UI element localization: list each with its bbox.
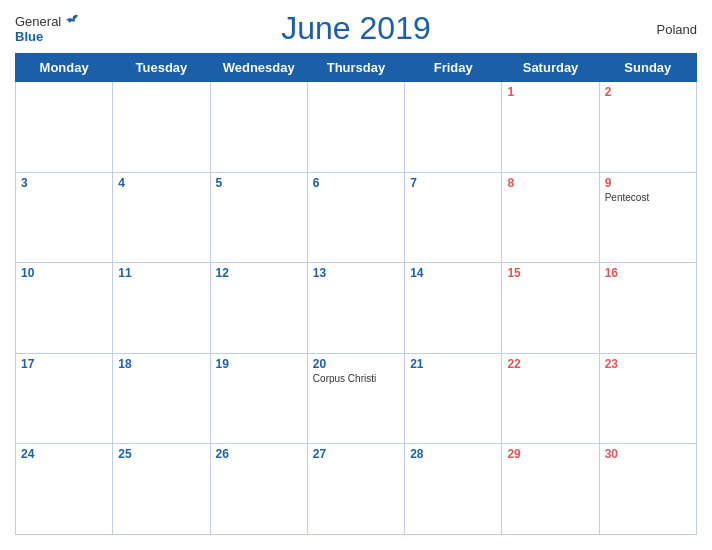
- holiday-label: Corpus Christi: [313, 373, 399, 384]
- calendar-day-cell: 17: [16, 353, 113, 444]
- day-number: 30: [605, 447, 691, 461]
- calendar-week-row: 24252627282930: [16, 444, 697, 535]
- day-number: 14: [410, 266, 496, 280]
- calendar-day-cell: 11: [113, 263, 210, 354]
- day-number: 1: [507, 85, 593, 99]
- calendar-day-cell: 19: [210, 353, 307, 444]
- day-number: 6: [313, 176, 399, 190]
- day-number: 3: [21, 176, 107, 190]
- calendar-day-cell: 16: [599, 263, 696, 354]
- calendar-header: General Blue June 2019 Poland: [15, 10, 697, 47]
- calendar-day-cell: 23: [599, 353, 696, 444]
- calendar-day-cell: 30: [599, 444, 696, 535]
- logo-general-text: General: [15, 14, 61, 29]
- day-number: 24: [21, 447, 107, 461]
- calendar-day-cell: 8: [502, 172, 599, 263]
- calendar-day-cell: [307, 82, 404, 173]
- day-number: 17: [21, 357, 107, 371]
- day-number: 10: [21, 266, 107, 280]
- calendar-day-cell: 12: [210, 263, 307, 354]
- calendar-day-cell: 13: [307, 263, 404, 354]
- day-number: 16: [605, 266, 691, 280]
- logo-blue-text: Blue: [15, 29, 80, 44]
- day-number: 27: [313, 447, 399, 461]
- calendar-day-cell: 27: [307, 444, 404, 535]
- calendar-day-cell: 18: [113, 353, 210, 444]
- weekday-header-thursday: Thursday: [307, 54, 404, 82]
- day-number: 2: [605, 85, 691, 99]
- calendar-day-cell: 14: [405, 263, 502, 354]
- calendar-day-cell: 22: [502, 353, 599, 444]
- weekday-header-wednesday: Wednesday: [210, 54, 307, 82]
- calendar-day-cell: 26: [210, 444, 307, 535]
- weekday-header-friday: Friday: [405, 54, 502, 82]
- calendar-day-cell: 5: [210, 172, 307, 263]
- calendar-day-cell: 15: [502, 263, 599, 354]
- weekday-header-monday: Monday: [16, 54, 113, 82]
- day-number: 25: [118, 447, 204, 461]
- calendar-week-row: 12: [16, 82, 697, 173]
- logo-bird-icon: [64, 13, 80, 29]
- day-number: 29: [507, 447, 593, 461]
- weekday-header-tuesday: Tuesday: [113, 54, 210, 82]
- day-number: 9: [605, 176, 691, 190]
- calendar-day-cell: 24: [16, 444, 113, 535]
- calendar-day-cell: 2: [599, 82, 696, 173]
- day-number: 28: [410, 447, 496, 461]
- weekday-header-saturday: Saturday: [502, 54, 599, 82]
- weekday-header-sunday: Sunday: [599, 54, 696, 82]
- country-label: Poland: [657, 21, 697, 36]
- calendar-day-cell: 28: [405, 444, 502, 535]
- logo: General Blue: [15, 13, 80, 44]
- day-number: 26: [216, 447, 302, 461]
- day-number: 8: [507, 176, 593, 190]
- calendar-day-cell: 3: [16, 172, 113, 263]
- calendar-day-cell: [405, 82, 502, 173]
- day-number: 12: [216, 266, 302, 280]
- calendar-day-cell: 10: [16, 263, 113, 354]
- day-number: 23: [605, 357, 691, 371]
- calendar-title: June 2019: [281, 10, 430, 47]
- day-number: 15: [507, 266, 593, 280]
- day-number: 7: [410, 176, 496, 190]
- day-number: 21: [410, 357, 496, 371]
- calendar-day-cell: 20Corpus Christi: [307, 353, 404, 444]
- day-number: 22: [507, 357, 593, 371]
- calendar-day-cell: 7: [405, 172, 502, 263]
- calendar-day-cell: 1: [502, 82, 599, 173]
- calendar-day-cell: 9Pentecost: [599, 172, 696, 263]
- day-number: 5: [216, 176, 302, 190]
- day-number: 20: [313, 357, 399, 371]
- calendar-day-cell: 21: [405, 353, 502, 444]
- holiday-label: Pentecost: [605, 192, 691, 203]
- calendar-day-cell: 4: [113, 172, 210, 263]
- day-number: 13: [313, 266, 399, 280]
- day-number: 11: [118, 266, 204, 280]
- calendar-day-cell: 29: [502, 444, 599, 535]
- calendar-week-row: 17181920Corpus Christi212223: [16, 353, 697, 444]
- calendar-day-cell: [16, 82, 113, 173]
- calendar-day-cell: 25: [113, 444, 210, 535]
- calendar-day-cell: [210, 82, 307, 173]
- calendar-day-cell: [113, 82, 210, 173]
- calendar-table: MondayTuesdayWednesdayThursdayFridaySatu…: [15, 53, 697, 535]
- calendar-day-cell: 6: [307, 172, 404, 263]
- calendar-week-row: 10111213141516: [16, 263, 697, 354]
- weekday-header-row: MondayTuesdayWednesdayThursdayFridaySatu…: [16, 54, 697, 82]
- day-number: 4: [118, 176, 204, 190]
- day-number: 18: [118, 357, 204, 371]
- day-number: 19: [216, 357, 302, 371]
- calendar-week-row: 3456789Pentecost: [16, 172, 697, 263]
